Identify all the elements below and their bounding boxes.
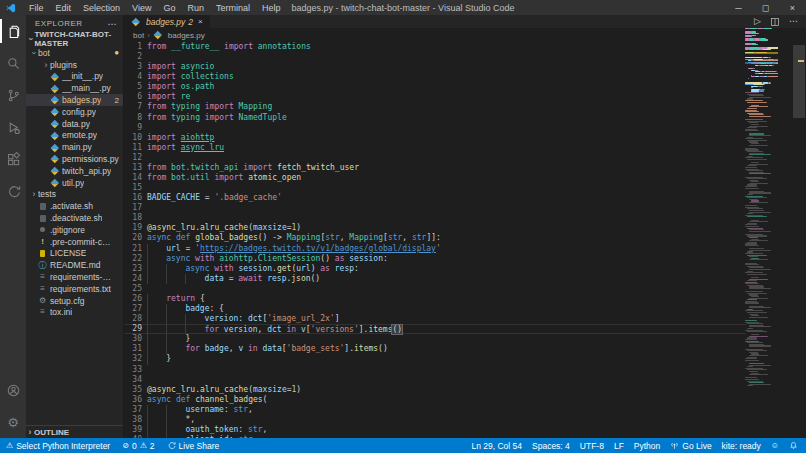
workspace-section-header[interactable]: › TWITCH-CHAT-BOT-MASTER	[26, 32, 123, 45]
outline-section-header[interactable]: › OUTLINE	[26, 425, 123, 438]
status-lf[interactable]: LF	[614, 441, 624, 451]
code-area[interactable]: from __future__ import annotationsimport…	[147, 42, 746, 438]
account-icon[interactable]	[0, 374, 26, 406]
status-kite-ready[interactable]: kite: ready	[722, 441, 761, 451]
code-editor[interactable]: 1234567891011121314151617181920212223242…	[124, 42, 746, 438]
menu-file[interactable]: File	[23, 0, 50, 15]
code-line-22[interactable]: async with aiohttp.ClientSession() as se…	[147, 254, 746, 264]
code-line-19[interactable]: @async_lru.alru_cache(maxsize=1)	[147, 223, 746, 233]
status-go-live[interactable]: Go Live	[670, 441, 711, 451]
code-line-27[interactable]: badge: {	[147, 304, 746, 314]
code-line-32[interactable]: }	[147, 354, 746, 364]
code-line-16[interactable]: BADGE_CACHE = '.badge_cache'	[147, 193, 746, 203]
status-bell-icon[interactable]	[789, 441, 798, 450]
tab-badges-py[interactable]: badges.py 2 ×	[124, 15, 210, 28]
code-line-14[interactable]: from bot.util import atomic_open	[147, 173, 746, 183]
status-live-share[interactable]: Live Share	[167, 441, 220, 451]
tree-item-bot[interactable]: ›bot●	[26, 47, 123, 59]
tree-item-util-py[interactable]: util.py	[26, 177, 123, 189]
menu-selection[interactable]: Selection	[77, 0, 126, 15]
menu-run[interactable]: Run	[181, 0, 210, 15]
code-line-15[interactable]	[147, 183, 746, 193]
status-problems[interactable]: ⊘0⚠2	[122, 441, 154, 451]
tree-item-setup-cfg[interactable]: ⚙setup.cfg	[26, 295, 123, 307]
status-python[interactable]: Python	[634, 441, 660, 451]
tree-item-config-py[interactable]: config.py	[26, 106, 123, 118]
tree-item--activate-sh[interactable]: .activate.sh	[26, 200, 123, 212]
tree-item-requirements-dev-txt[interactable]: ≡requirements-dev.txt	[26, 271, 123, 283]
tree-item-requirements-txt[interactable]: ≡requirements.txt	[26, 283, 123, 295]
scrollbar-thumb[interactable]	[793, 45, 805, 118]
code-line-4[interactable]: import collections	[147, 72, 746, 82]
code-line-23[interactable]: async with session.get(url) as resp:	[147, 264, 746, 274]
code-line-8[interactable]: from typing import NamedTuple	[147, 113, 746, 123]
code-line-13[interactable]: from bot.twitch_api import fetch_twitch_…	[147, 163, 746, 173]
breadcrumb-item-badges-py[interactable]: badges.py	[168, 31, 205, 40]
more-actions-icon[interactable]: ⋯	[789, 17, 798, 26]
run-debug-icon[interactable]	[0, 111, 26, 143]
code-line-20[interactable]: async def global_badges() -> Mapping[str…	[147, 233, 746, 243]
code-line-17[interactable]	[147, 203, 746, 213]
status-spaces-4[interactable]: Spaces: 4	[532, 441, 570, 451]
code-line-6[interactable]: import re	[147, 92, 746, 102]
status-ln-29-col-54[interactable]: Ln 29, Col 54	[471, 441, 522, 451]
tree-item--gitignore[interactable]: .gitignore	[26, 224, 123, 236]
code-line-12[interactable]	[147, 153, 746, 163]
code-line-28[interactable]: version: dct['image_url_2x']	[147, 314, 746, 324]
maximize-button[interactable]: ◻	[752, 0, 779, 15]
tree-item-twitch-api-py[interactable]: twitch_api.py	[26, 165, 123, 177]
status-warning[interactable]: ⚠Select Python Interpreter	[6, 441, 110, 451]
menu-help[interactable]: Help	[256, 0, 287, 15]
tree-item--deactivate-sh[interactable]: .deactivate.sh	[26, 212, 123, 224]
tree-item-emote-py[interactable]: emote.py	[26, 130, 123, 142]
tree-item-tox-ini[interactable]: ≡tox.ini	[26, 307, 123, 319]
split-editor-icon[interactable]	[770, 17, 780, 27]
tree-item--main-py[interactable]: __main__.py	[26, 82, 123, 94]
code-line-9[interactable]	[147, 123, 746, 133]
code-line-26[interactable]: return {	[147, 294, 746, 304]
status-utf-8[interactable]: UTF-8	[580, 441, 604, 451]
menu-edit[interactable]: Edit	[50, 0, 78, 15]
code-line-31[interactable]: for badge, v in data['badge_sets'].items…	[147, 344, 746, 354]
code-line-7[interactable]: from typing import Mapping	[147, 102, 746, 112]
code-line-33[interactable]	[147, 365, 746, 375]
code-line-11[interactable]: import async_lru	[147, 143, 746, 153]
code-line-37[interactable]: username: str,	[147, 405, 746, 415]
settings-gear-icon[interactable]: ⚙	[0, 406, 26, 438]
code-line-36[interactable]: async def channel_badges(	[147, 395, 746, 405]
extensions-icon[interactable]	[0, 143, 26, 175]
search-icon[interactable]	[0, 47, 26, 79]
live-share-icon[interactable]	[0, 175, 26, 207]
code-line-38[interactable]: *,	[147, 415, 746, 425]
code-line-10[interactable]: import aiohttp	[147, 133, 746, 143]
code-line-35[interactable]: @async_lru.alru_cache(maxsize=1)	[147, 385, 746, 395]
tree-item--init-py[interactable]: __init__.py	[26, 71, 123, 83]
close-button[interactable]: ×	[779, 0, 806, 15]
source-control-icon[interactable]	[0, 79, 26, 111]
explorer-icon[interactable]	[0, 15, 26, 47]
code-line-24[interactable]: data = await resp.json()	[147, 274, 746, 284]
tree-item-permissions-py[interactable]: permissions.py	[26, 153, 123, 165]
code-line-25[interactable]	[147, 284, 746, 294]
breadcrumb-item-bot[interactable]: bot	[133, 31, 144, 40]
code-line-39[interactable]: oauth_token: str,	[147, 425, 746, 435]
sidebar-more-actions-icon[interactable]: ⋯	[108, 19, 118, 29]
close-tab-icon[interactable]: ×	[198, 17, 203, 26]
code-line-5[interactable]: import os.path	[147, 82, 746, 92]
code-line-18[interactable]	[147, 213, 746, 223]
code-line-3[interactable]: import asyncio	[147, 62, 746, 72]
run-file-icon[interactable]: ▷	[754, 17, 761, 26]
code-line-21[interactable]: url = 'https://badges.twitch.tv/v1/badge…	[147, 244, 746, 254]
tree-item-readme-md[interactable]: ⓘREADME.md	[26, 259, 123, 271]
tree-item-data-py[interactable]: data.py	[26, 118, 123, 130]
code-line-34[interactable]	[147, 375, 746, 385]
menu-terminal[interactable]: Terminal	[210, 0, 256, 15]
code-line-1[interactable]: from __future__ import annotations	[147, 42, 746, 52]
tree-item-badges-py[interactable]: badges.py2	[26, 94, 123, 106]
code-line-30[interactable]: }	[147, 334, 746, 344]
menu-go[interactable]: Go	[157, 0, 181, 15]
tree-item-tests[interactable]: ›tests	[26, 189, 123, 201]
tree-item--pre-commit-config-y-[interactable]: !.pre-commit-config.y...	[26, 236, 123, 248]
minimize-button[interactable]: ─	[725, 0, 752, 15]
minimap[interactable]	[745, 28, 778, 438]
